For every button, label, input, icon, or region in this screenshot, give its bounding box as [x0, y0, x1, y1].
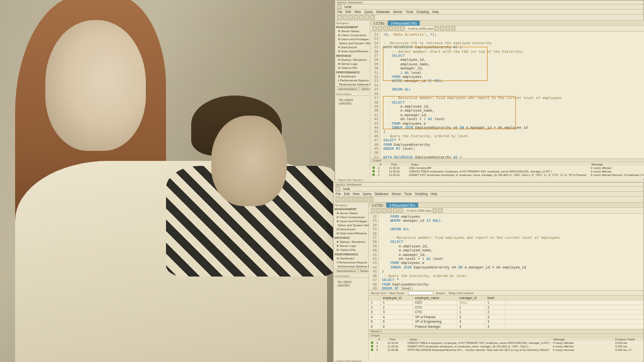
new-sql-icon[interactable]	[337, 15, 342, 20]
toolbar-icon[interactable]	[352, 197, 357, 202]
table-row[interactable]: 55VP of Engineering33	[369, 320, 643, 325]
navigator-item[interactable]: Data Export	[335, 227, 367, 231]
tab-recursive-ctes[interactable]: 2-RecursiveCTEs	[388, 21, 420, 26]
bullet-icon	[338, 67, 340, 69]
bullet-icon	[338, 59, 340, 61]
table-row[interactable]: 66Finance Manager44	[369, 324, 643, 329]
save-icon[interactable]	[378, 26, 382, 31]
bullet-icon	[337, 241, 339, 243]
find-icon[interactable]	[438, 208, 443, 213]
editor-toolbar[interactable]: Limit to 1000 rows	[369, 208, 643, 214]
find-icon[interactable]	[440, 26, 444, 31]
table-cell: 3	[486, 320, 506, 324]
table-row[interactable]: 44VP of Finance23	[369, 315, 643, 320]
open-sql-icon[interactable]	[343, 15, 347, 20]
execute-current-icon[interactable]	[389, 26, 393, 31]
stop-icon[interactable]	[398, 208, 403, 213]
navigator-item[interactable]: Performance Schema Setup	[336, 82, 369, 86]
navigator-item[interactable]: Client Connections	[336, 33, 369, 37]
output-row: 311:02:16CREATE TABLE employees ( employ…	[369, 341, 643, 344]
toolbar-icon[interactable]	[341, 197, 346, 202]
save-icon[interactable]	[376, 208, 381, 213]
navigator-item[interactable]: Server Logs	[335, 244, 367, 248]
navigator-item[interactable]: Dashboard	[336, 74, 369, 78]
table-row[interactable]: 33CTO12	[369, 310, 643, 315]
table-row[interactable]: 22CFO12	[369, 305, 643, 310]
navigator-item[interactable]: Startup / Shutdown	[335, 240, 367, 244]
toolbar-icon[interactable]	[370, 15, 375, 20]
execute-icon[interactable]	[382, 208, 386, 213]
navigator-item[interactable]: Server Logs	[336, 62, 369, 66]
toolbar-icon[interactable]	[348, 15, 353, 20]
navigator-item[interactable]: Client Connections	[335, 215, 367, 219]
tab-ctes[interactable]: 1-CTEs	[369, 203, 386, 208]
explain-icon[interactable]	[393, 208, 397, 213]
table-cell: 6	[369, 324, 381, 329]
filter-rows-input[interactable]	[408, 291, 433, 295]
execute-current-icon[interactable]	[387, 208, 392, 213]
sql-source[interactable]: (9, 'Data Scientist', 7); -- Recursive C…	[380, 32, 644, 158]
wrap-icon[interactable]	[451, 26, 455, 31]
navigator-item[interactable]: Users and Privileges	[335, 219, 367, 223]
beautify-icon[interactable]	[433, 208, 437, 213]
editor-area: 1-CTEs 2-RecursiveCTEs Limit to 1000 row…	[369, 203, 643, 359]
navigator-item-label: Options File	[340, 248, 356, 252]
tab-ctes[interactable]: 1-CTEs	[370, 21, 388, 26]
toolbar-icon[interactable]	[358, 197, 362, 202]
editor-tabs[interactable]: 1-CTEs 2-RecursiveCTEs	[369, 203, 643, 208]
sql-source[interactable]: FROM employees WHERE manager_id IS NULL …	[379, 214, 643, 290]
toolbar-icon[interactable]	[359, 15, 364, 20]
stop-icon[interactable]	[400, 26, 405, 31]
home-icon[interactable]	[336, 187, 340, 191]
navigator-item[interactable]: Performance Schema Setup	[335, 264, 367, 268]
editor-toolbar[interactable]: Limit to 1000 rows	[370, 26, 644, 32]
navigator-item[interactable]: Options File	[335, 248, 367, 252]
navigator-panel: Navigator MANAGEMENT Server StatusClient…	[334, 203, 369, 359]
toolbar-icon[interactable]	[354, 15, 358, 20]
limit-rows-label[interactable]: Limit to 1000 rows	[407, 209, 432, 212]
result-tab[interactable]: Result 1	[369, 329, 643, 333]
toolbar-icon[interactable]	[347, 197, 351, 202]
editor-tabs[interactable]: 1-CTEs 2-RecursiveCTEs	[370, 21, 644, 26]
navigator-item[interactable]: Data Export	[336, 45, 369, 49]
navigator-item[interactable]: Status and System Variables	[336, 41, 369, 45]
toolbar-icon[interactable]	[363, 197, 368, 202]
navigator-item[interactable]: Data Import/Restore	[335, 231, 367, 235]
toolbar-icon[interactable]	[369, 197, 373, 202]
navigator-tabs[interactable]: AdministrationSchemas	[336, 86, 369, 92]
beautify-icon[interactable]	[434, 26, 439, 31]
navigator-item[interactable]: Options File	[336, 66, 369, 70]
navigator-item[interactable]: Performance Reports	[335, 260, 367, 264]
invisible-icon[interactable]	[445, 26, 450, 31]
table-row[interactable]: 11CEONULL1	[369, 301, 643, 306]
tab-recursive-ctes[interactable]: 2-RecursiveCTEs	[386, 203, 419, 208]
toolbar-icon[interactable]	[365, 15, 369, 20]
filter-rows-label: Filter Rows:	[389, 292, 405, 295]
navigator-item[interactable]: Server Status	[335, 211, 367, 215]
main-toolbar[interactable]	[334, 197, 643, 203]
main-menu[interactable]: FileEditView QueryDatabaseServer ToolsSc…	[334, 192, 643, 197]
toolbar-icon[interactable]	[336, 197, 340, 202]
navigator-tabs[interactable]: AdministrationSchemas	[335, 268, 367, 274]
navigator-item[interactable]: Performance Reports	[336, 78, 369, 82]
navigator-item[interactable]: Dashboard	[335, 256, 367, 260]
navigator-item[interactable]: Status and System Variables	[335, 223, 367, 227]
navigator-item[interactable]: Data Import/Restore	[336, 49, 369, 53]
sql-editor[interactable]: 323334353637383940414243444546474849 FRO…	[369, 214, 643, 290]
result-toolbar[interactable]: Result Grid Filter Rows: Export: Wrap Ce…	[369, 291, 643, 296]
limit-rows-label[interactable]: Limit to 1000 rows	[409, 27, 433, 30]
open-icon[interactable]	[371, 208, 375, 213]
home-icon[interactable]	[337, 5, 342, 9]
table-cell: VP of Finance	[413, 315, 457, 319]
navigator-item[interactable]: Users and Privileges	[336, 37, 369, 41]
main-menu[interactable]: FileEditView QueryDatabaseServer ToolsSc…	[335, 10, 643, 15]
sql-editor[interactable]: 2223242526272829303132333435363738394041…	[370, 32, 644, 158]
open-icon[interactable]	[372, 26, 377, 31]
navigator-item[interactable]: Startup / Shutdown	[336, 58, 369, 62]
navigator-header: Navigator	[336, 22, 369, 25]
execute-icon[interactable]	[383, 26, 388, 31]
navigator-item[interactable]: Server Status	[336, 29, 369, 33]
result-grid[interactable]: employee_id employee_name manager_id lev…	[369, 296, 643, 329]
main-toolbar[interactable]	[335, 15, 643, 21]
explain-icon[interactable]	[394, 26, 399, 31]
